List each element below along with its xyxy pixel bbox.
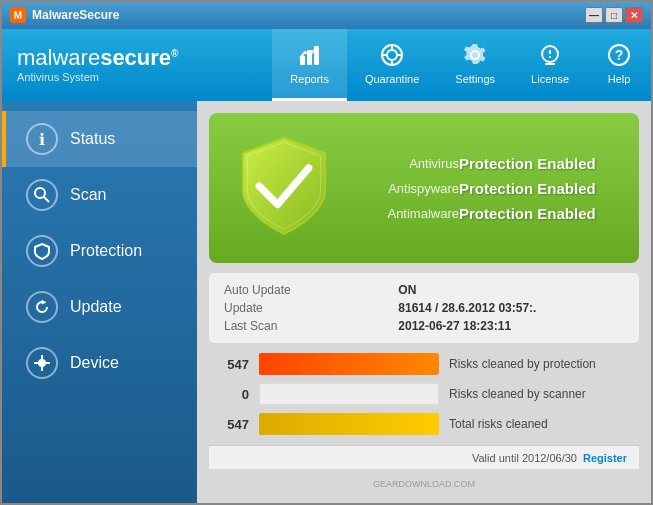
update-icon [26, 291, 58, 323]
reports-icon [296, 41, 324, 69]
protection-icon [26, 235, 58, 267]
sidebar-item-status[interactable]: ℹ Status [2, 111, 197, 167]
tab-reports-label: Reports [290, 73, 329, 85]
tab-license[interactable]: License [513, 29, 587, 101]
tab-help-label: Help [608, 73, 631, 85]
protection-row-antispyware: Antispyware Protection Enabled [359, 180, 619, 197]
nav-bar: malwaresecure® Antivirus System Reports [2, 29, 651, 101]
brand-bold: secure [100, 45, 171, 70]
nav-tabs: Reports Quarantine [222, 29, 651, 101]
tab-settings[interactable]: Settings [437, 29, 513, 101]
valid-text: Valid until 2012/06/30 [472, 452, 577, 464]
auto-update-value: ON [398, 283, 624, 297]
app-window: M MalwareSecure — □ ✕ malwaresecure® Ant… [0, 0, 653, 505]
update-key: Update [224, 301, 378, 315]
svg-text:?: ? [615, 47, 624, 63]
antispyware-label: Antispyware [359, 181, 459, 196]
sidebar-label-scan: Scan [70, 186, 106, 204]
stats-section: 547 Risks cleaned by protection 0 Risks … [209, 353, 639, 435]
status-icon: ℹ [26, 123, 58, 155]
sidebar: ℹ Status Scan Protection [2, 101, 197, 503]
svg-point-15 [35, 188, 45, 198]
sidebar-label-update: Update [70, 298, 122, 316]
sidebar-item-device[interactable]: Device [2, 335, 197, 391]
auto-update-key: Auto Update [224, 283, 378, 297]
stat-row-protection: 547 Risks cleaned by protection [209, 353, 639, 375]
update-value: 81614 / 28.6.2012 03:57:. [398, 301, 624, 315]
last-scan-value: 2012-06-27 18:23:11 [398, 319, 624, 333]
shield-container [229, 133, 339, 243]
antivirus-label: Antivirus [359, 156, 459, 171]
antivirus-status: Protection Enabled [459, 155, 619, 172]
help-icon: ? [605, 41, 633, 69]
tab-help[interactable]: ? Help [587, 29, 651, 101]
stat-row-scanner: 0 Risks cleaned by scanner [209, 383, 639, 405]
stat-label-total: Total risks cleaned [449, 417, 548, 431]
license-icon [536, 41, 564, 69]
settings-icon [461, 41, 489, 69]
quarantine-icon [378, 41, 406, 69]
title-bar-left: M MalwareSecure [10, 7, 119, 23]
antimalware-label: Antimalware [359, 206, 459, 221]
antimalware-status: Protection Enabled [459, 205, 619, 222]
svg-point-17 [38, 359, 46, 367]
stat-number-total: 547 [209, 417, 249, 432]
stat-row-total: 547 Total risks cleaned [209, 413, 639, 435]
stat-bar-container-scanner [259, 383, 439, 405]
content-area: Antivirus Protection Enabled Antispyware… [197, 101, 651, 503]
stat-bar-container-total [259, 413, 439, 435]
close-button[interactable]: ✕ [625, 7, 643, 23]
stat-bar-total [259, 413, 439, 435]
brand-subtitle: Antivirus System [17, 71, 207, 83]
sidebar-item-protection[interactable]: Protection [2, 223, 197, 279]
stat-number-scanner: 0 [209, 387, 249, 402]
register-link[interactable]: Register [583, 452, 627, 464]
minimize-button[interactable]: — [585, 7, 603, 23]
stat-label-scanner: Risks cleaned by scanner [449, 387, 586, 401]
sidebar-label-status: Status [70, 130, 115, 148]
brand-light: malware [17, 45, 100, 70]
watermark: GEARDOWNLOAD.COM [209, 479, 639, 491]
stat-number-protection: 547 [209, 357, 249, 372]
info-panel: Auto Update ON Update 81614 / 28.6.2012 … [209, 273, 639, 343]
brand-super: ® [171, 48, 178, 59]
tab-quarantine[interactable]: Quarantine [347, 29, 437, 101]
protection-row-antivirus: Antivirus Protection Enabled [359, 155, 619, 172]
main-area: ℹ Status Scan Protection [2, 101, 651, 503]
tab-quarantine-label: Quarantine [365, 73, 419, 85]
status-panel: Antivirus Protection Enabled Antispyware… [209, 113, 639, 263]
tab-settings-label: Settings [455, 73, 495, 85]
title-bar-text: MalwareSecure [32, 8, 119, 22]
svg-line-16 [44, 197, 49, 202]
device-icon [26, 347, 58, 379]
last-scan-key: Last Scan [224, 319, 378, 333]
tab-reports[interactable]: Reports [272, 29, 347, 101]
stat-bar-protection [259, 353, 439, 375]
sidebar-label-protection: Protection [70, 242, 142, 260]
footer: Valid until 2012/06/30 Register [209, 445, 639, 469]
stat-bar-container-protection [259, 353, 439, 375]
sidebar-item-update[interactable]: Update [2, 279, 197, 335]
antispyware-status: Protection Enabled [459, 180, 619, 197]
sidebar-label-device: Device [70, 354, 119, 372]
app-icon: M [10, 7, 26, 23]
window-controls: — □ ✕ [585, 7, 643, 23]
sidebar-item-scan[interactable]: Scan [2, 167, 197, 223]
maximize-button[interactable]: □ [605, 7, 623, 23]
protection-row-antimalware: Antimalware Protection Enabled [359, 205, 619, 222]
app-logo: malwaresecure® Antivirus System [2, 29, 222, 101]
tab-license-label: License [531, 73, 569, 85]
brand-name: malwaresecure® [17, 47, 207, 69]
title-bar: M MalwareSecure — □ ✕ [2, 2, 651, 29]
protection-info: Antivirus Protection Enabled Antispyware… [359, 155, 619, 222]
svg-point-4 [387, 50, 397, 60]
scan-icon [26, 179, 58, 211]
stat-label-protection: Risks cleaned by protection [449, 357, 596, 371]
